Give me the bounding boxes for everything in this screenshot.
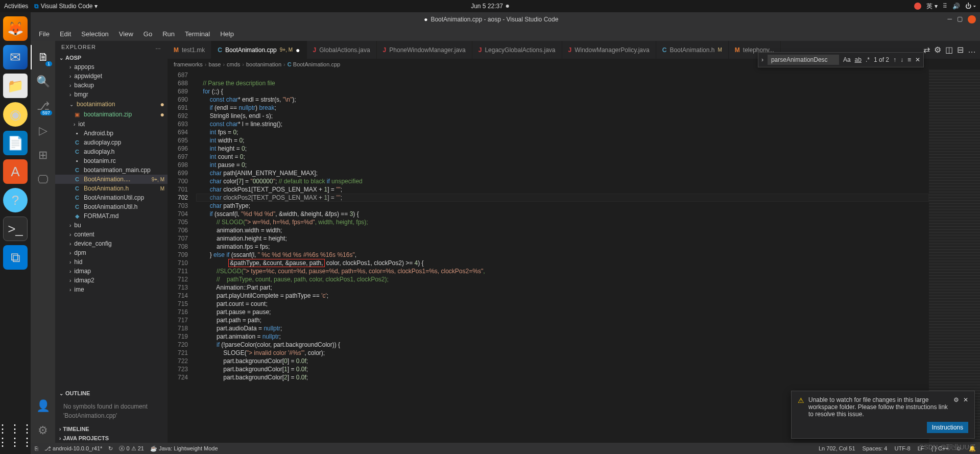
tree-item[interactable]: ›idmap xyxy=(55,267,168,276)
activity-debug[interactable]: ▷ xyxy=(31,118,55,143)
menu-help[interactable]: Help xyxy=(216,29,238,39)
tree-item[interactable]: ›hid xyxy=(55,257,168,267)
outline-section[interactable]: ⌄OUTLINE xyxy=(55,389,168,398)
find-word-icon[interactable]: ab xyxy=(855,56,862,63)
status-encoding[interactable]: UTF-8 xyxy=(894,445,910,452)
dock-rhythmbox-icon[interactable]: ◉ xyxy=(3,102,28,127)
sidebar-root[interactable]: ⌄AOSP xyxy=(55,53,168,62)
minimize-button[interactable]: ─ xyxy=(947,15,952,23)
editor-tab[interactable]: JWindowManagerPolicy.java xyxy=(562,41,656,59)
editor-tab[interactable]: JPhoneWindowManager.java xyxy=(377,41,472,59)
activity-remote[interactable]: 🖵 xyxy=(31,168,55,192)
notification-close-icon[interactable]: ✕ xyxy=(963,396,968,403)
menu-view[interactable]: View xyxy=(115,29,137,39)
sidebar-more-icon[interactable]: … xyxy=(155,44,161,50)
activity-extensions[interactable]: ⊞ xyxy=(31,143,55,168)
code-content[interactable]: // Parse the description file for (;;) {… xyxy=(196,70,929,443)
code-editor[interactable]: 6876886896906916926936946956966976986997… xyxy=(168,70,980,443)
tree-item[interactable]: ›iot xyxy=(55,120,168,129)
dock-terminal-icon[interactable]: >_ xyxy=(3,217,28,241)
instructions-button[interactable]: Instructions xyxy=(927,422,968,433)
minimap[interactable] xyxy=(929,70,980,443)
power-icon[interactable]: ⏻ ▾ xyxy=(965,3,976,10)
dock-thunderbird-icon[interactable]: ✉ xyxy=(3,45,28,69)
find-input[interactable] xyxy=(768,55,839,65)
status-cursor[interactable]: Ln 702, Col 51 xyxy=(819,445,855,452)
editor-tab[interactable]: JLegacyGlobalActions.java xyxy=(472,41,562,59)
tree-item[interactable]: Caudioplay.h xyxy=(55,147,168,156)
tree-item[interactable]: Caudioplay.cpp xyxy=(55,138,168,147)
dock-libreoffice-icon[interactable]: 📄 xyxy=(3,131,28,155)
tree-item[interactable]: ▪bootanim.rc xyxy=(55,156,168,165)
find-prev-icon[interactable]: ↑ xyxy=(893,56,896,63)
tree-item[interactable]: CBootAnimationUtil.cpp xyxy=(55,193,168,202)
volume-icon[interactable]: 🔊 xyxy=(952,3,960,10)
input-method[interactable]: 英 ▾ xyxy=(926,2,937,11)
notification-gear-icon[interactable]: ⚙ xyxy=(953,396,959,403)
activity-settings[interactable]: ⚙ xyxy=(31,418,55,443)
tree-item[interactable]: ›bmgr xyxy=(55,90,168,99)
tree-item[interactable]: ›bu xyxy=(55,221,168,230)
tree-item[interactable]: ›appwidget xyxy=(55,71,168,81)
menu-file[interactable]: File xyxy=(35,29,54,39)
close-button[interactable] xyxy=(968,15,976,23)
status-indent[interactable]: Spaces: 4 xyxy=(863,445,888,452)
activity-explorer[interactable]: 🗎1 xyxy=(31,45,55,69)
editor-tab[interactable]: JGlobalActions.java xyxy=(307,41,377,59)
network-icon[interactable]: ⠿ xyxy=(943,3,947,10)
tree-item[interactable]: CBootAnimation....9+, M xyxy=(55,175,168,184)
menu-edit[interactable]: Edit xyxy=(56,29,75,39)
activities-button[interactable]: Activities xyxy=(4,3,28,10)
status-sync[interactable]: ↻ xyxy=(108,445,113,452)
activity-account[interactable]: 👤 xyxy=(31,394,55,418)
dock-software-icon[interactable]: A xyxy=(3,159,28,184)
dock-vscode-icon[interactable]: ⧉ xyxy=(3,245,28,270)
tree-item[interactable]: ›dpm xyxy=(55,248,168,257)
menu-run[interactable]: Run xyxy=(158,29,179,39)
editor-tab[interactable]: Mtest1.mk xyxy=(168,41,211,59)
compare-icon[interactable]: ⇄ xyxy=(923,45,930,55)
status-branch[interactable]: ⎇ android-10.0.0_r41* xyxy=(44,445,102,452)
find-next-icon[interactable]: ↓ xyxy=(900,56,903,63)
menu-selection[interactable]: Selection xyxy=(77,29,112,39)
tree-item[interactable]: ›idmap2 xyxy=(55,276,168,285)
dock-apps-icon[interactable]: ⋮⋮⋮⋮⋮⋮ xyxy=(3,423,28,448)
editor-tab[interactable]: CBootAnimation.cpp 9+, M ● xyxy=(211,41,306,59)
status-java-mode[interactable]: ☕ Java: Lightweight Mode xyxy=(150,445,218,452)
menu-go[interactable]: Go xyxy=(139,29,156,39)
tree-item[interactable]: ⌄bootanimation● xyxy=(55,99,168,109)
tree-item[interactable]: CBootAnimationUtil.h xyxy=(55,202,168,211)
split-right-icon[interactable]: ◫ xyxy=(945,45,953,55)
java-projects-section[interactable]: ›JAVA PROJECTS xyxy=(55,434,168,443)
tree-item[interactable]: ▣bootanimation.zip● xyxy=(55,109,168,120)
timeline-section[interactable]: ›TIMELINE xyxy=(55,424,168,434)
tree-item[interactable]: Cbootanimation_main.cpp xyxy=(55,165,168,175)
status-remote[interactable]: ⎘ xyxy=(35,445,38,451)
tree-item[interactable]: CBootAnimation.hM xyxy=(55,184,168,193)
tree-item[interactable]: ◆FORMAT.md xyxy=(55,211,168,221)
tree-item[interactable]: ›backup xyxy=(55,81,168,90)
dock-firefox-icon[interactable]: 🦊 xyxy=(3,16,28,41)
split-down-icon[interactable]: ⊟ xyxy=(957,45,964,55)
maximize-button[interactable]: ▢ xyxy=(957,15,963,23)
clock[interactable]: Jun 5 22:37 xyxy=(471,3,503,10)
activity-scm[interactable]: ⎇597 xyxy=(31,94,55,118)
run-settings-icon[interactable]: ⚙ xyxy=(934,45,941,55)
dock-help-icon[interactable]: ? xyxy=(3,188,28,212)
activity-search[interactable]: 🔍 xyxy=(31,69,55,94)
find-close-icon[interactable]: ✕ xyxy=(915,56,920,63)
find-selection-icon[interactable]: ≡ xyxy=(907,56,911,63)
tree-item[interactable]: ›content xyxy=(55,230,168,239)
app-menu[interactable]: ⧉ Visual Studio Code ▾ xyxy=(34,3,98,10)
tree-item[interactable]: ›device_config xyxy=(55,239,168,248)
editor-tab[interactable]: CBootAnimation.h M xyxy=(656,41,729,59)
tree-item[interactable]: ▪Android.bp xyxy=(55,129,168,138)
menu-terminal[interactable]: Terminal xyxy=(181,29,214,39)
find-regex-icon[interactable]: .* xyxy=(866,56,870,63)
tree-item[interactable]: ›appops xyxy=(55,62,168,71)
dock-files-icon[interactable]: 📁 xyxy=(3,74,28,98)
more-actions-icon[interactable]: … xyxy=(968,45,976,55)
find-expand-icon[interactable]: › xyxy=(761,56,763,63)
tree-item[interactable]: ›ime xyxy=(55,285,168,294)
find-case-icon[interactable]: Aa xyxy=(843,56,851,63)
